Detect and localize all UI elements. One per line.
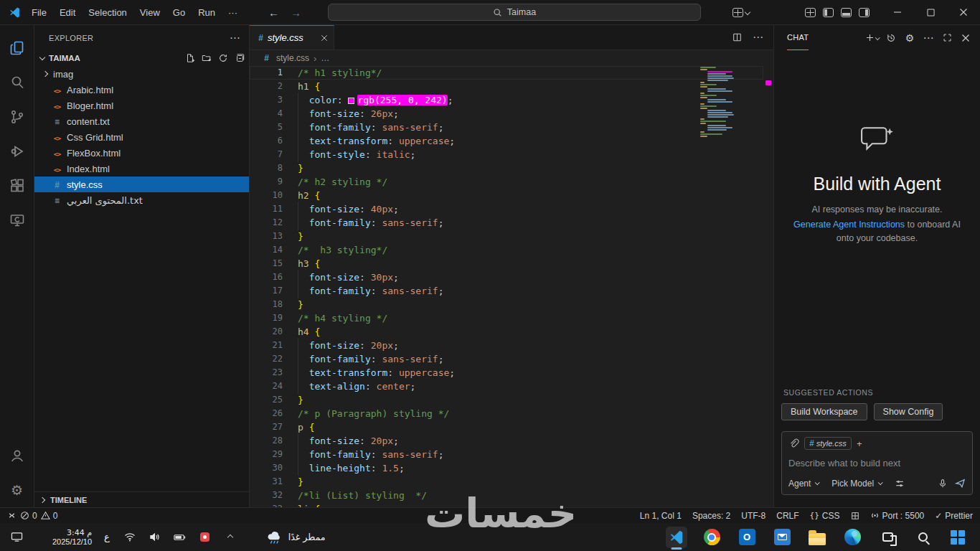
code-line[interactable]: 25} xyxy=(250,393,763,407)
remote-icon[interactable] xyxy=(7,511,17,520)
code-line[interactable]: 14/* h3 styling*/ xyxy=(250,243,763,257)
mode-picker[interactable]: Agent xyxy=(788,479,811,489)
volume-icon[interactable] xyxy=(147,527,163,547)
show-config-button[interactable]: Show Config xyxy=(874,403,943,420)
code-line[interactable]: 3 color: rgb(255, 0, 242); xyxy=(250,93,763,107)
encoding[interactable]: UTF-8 xyxy=(741,511,765,521)
overview-ruler[interactable] xyxy=(763,66,773,507)
paperclip-icon[interactable] xyxy=(788,438,799,449)
file-explorer-icon[interactable] xyxy=(806,527,828,548)
taskbar-clock[interactable]: 3:44 م 2025/12/10 xyxy=(52,528,92,547)
code-line[interactable]: 30 line-height: 1.5; xyxy=(250,461,763,475)
code-line[interactable]: 5 font-family: sans-serif; xyxy=(250,121,763,134)
code-editor[interactable]: 1/* h1 styling*/2h1 {3 color: rgb(255, 0… xyxy=(250,66,763,507)
gear-icon[interactable]: ⚙ xyxy=(901,29,918,47)
code-line[interactable]: 31} xyxy=(250,475,763,489)
search-icon[interactable] xyxy=(912,527,933,548)
new-file-icon[interactable] xyxy=(185,53,195,63)
language-mode[interactable]: {} CSS xyxy=(810,511,840,521)
settings-gear-icon[interactable]: ⚙ xyxy=(0,473,34,507)
menu-edit[interactable]: Edit xyxy=(53,0,82,25)
toggle-sidebar-icon[interactable] xyxy=(823,8,834,17)
record-icon[interactable] xyxy=(197,527,213,547)
close-icon[interactable] xyxy=(947,0,980,25)
send-icon[interactable] xyxy=(955,478,966,489)
task-view-icon[interactable] xyxy=(877,527,898,548)
code-line[interactable]: 22 font-family: sans-serif; xyxy=(250,352,763,366)
file-row-bloger-html[interactable]: Bloger.html xyxy=(34,98,249,113)
code-line[interactable]: 16 font-size: 30px; xyxy=(250,270,763,284)
file-row-style-css[interactable]: style.css xyxy=(34,176,249,192)
workspace-root-row[interactable]: TAIMAA xyxy=(34,50,249,66)
code-line[interactable]: 12 font-family: sans-serif; xyxy=(250,216,763,230)
code-line[interactable]: 13} xyxy=(250,230,763,243)
chat-title-tab[interactable]: CHAT xyxy=(787,25,809,50)
code-line[interactable]: 11 font-size: 40px; xyxy=(250,202,763,216)
chat-input-box[interactable]: style.css + Agent Pick Model xyxy=(781,431,973,495)
code-line[interactable]: 1/* h1 styling*/ xyxy=(250,66,763,80)
menu-file[interactable]: File xyxy=(25,0,53,25)
live-server-port[interactable]: Port : 5500 xyxy=(870,511,925,521)
code-line[interactable]: 18} xyxy=(250,298,763,311)
code-line[interactable]: 10h2 { xyxy=(250,189,763,202)
more-icon[interactable]: ⋯ xyxy=(920,29,937,47)
remote-explorer-icon[interactable] xyxy=(0,203,34,237)
account-icon[interactable] xyxy=(0,438,34,473)
code-line[interactable]: 29 font-family: sans-serif; xyxy=(250,448,763,461)
menu-overflow[interactable]: ··· xyxy=(222,0,244,25)
start-icon[interactable] xyxy=(947,527,969,548)
wifi-icon[interactable] xyxy=(122,527,138,547)
breadcrumb[interactable]: style.css › … xyxy=(250,50,773,66)
timeline-section[interactable]: TIMELINE xyxy=(34,491,249,507)
vscode-icon[interactable] xyxy=(666,527,687,548)
toggle-panel-icon[interactable] xyxy=(841,8,852,17)
device-icon[interactable] xyxy=(9,527,24,547)
editor-more-icon[interactable]: ⋯ xyxy=(753,31,763,44)
file-row-index-html[interactable]: Index.html xyxy=(34,161,249,176)
code-line[interactable]: 32/*li (List) styling */ xyxy=(250,489,763,502)
model-picker[interactable]: Pick Model xyxy=(831,479,874,489)
file-row-flexbox-html[interactable]: FlexBox.html xyxy=(34,145,249,161)
file-row-css-grid-html[interactable]: Css Grid.html xyxy=(34,129,249,145)
back-arrow-icon[interactable]: ← xyxy=(268,6,279,19)
code-line[interactable]: 19/* h4 styling */ xyxy=(250,311,763,325)
chrome-icon[interactable] xyxy=(701,527,722,548)
grid-icon[interactable] xyxy=(851,512,859,520)
context-chip-style-css[interactable]: style.css xyxy=(804,437,852,450)
menu-go[interactable]: Go xyxy=(166,0,192,25)
formatter-status[interactable]: ✓ Prettier xyxy=(935,511,973,521)
mail-icon[interactable] xyxy=(771,527,793,548)
weather-widget[interactable]: ممطر غدًا xyxy=(266,530,326,545)
color-swatch[interactable] xyxy=(348,98,354,104)
minimap[interactable] xyxy=(700,67,762,138)
close-icon[interactable] xyxy=(957,29,974,47)
menu-selection[interactable]: Selection xyxy=(82,0,133,25)
code-line[interactable]: 15h3 { xyxy=(250,257,763,270)
battery-icon[interactable] xyxy=(172,527,188,547)
indentation[interactable]: Spaces: 2 xyxy=(692,511,730,521)
cursor-position[interactable]: Ln 1, Col 1 xyxy=(640,511,682,521)
forward-arrow-icon[interactable]: → xyxy=(291,6,301,19)
explorer-more-icon[interactable]: ⋯ xyxy=(230,32,240,44)
menu-view[interactable]: View xyxy=(133,0,166,25)
warnings-indicator[interactable]: 0 xyxy=(41,511,58,521)
edge-icon[interactable] xyxy=(842,527,863,548)
code-line[interactable]: 27p { xyxy=(250,420,763,434)
code-line[interactable]: 7 font-style: italic; xyxy=(250,148,763,161)
expand-icon[interactable] xyxy=(938,29,956,47)
search-icon[interactable] xyxy=(0,65,34,100)
file-row-arabic-content-txt[interactable]: المحتوى العربي.txt xyxy=(34,192,249,208)
new-folder-icon[interactable] xyxy=(202,53,212,63)
build-workspace-button[interactable]: Build Workspace xyxy=(781,403,867,420)
outlook-icon[interactable]: O xyxy=(736,527,758,548)
code-line[interactable]: 4 font-size: 26px; xyxy=(250,107,763,121)
generate-instructions-link[interactable]: Generate Agent Instructions xyxy=(793,220,905,230)
file-row-arabic-html[interactable]: Arabic.html xyxy=(34,82,249,98)
maximize-icon[interactable] xyxy=(914,0,947,25)
language-indicator[interactable]: ع xyxy=(104,532,110,542)
refresh-icon[interactable] xyxy=(218,53,228,63)
code-line[interactable]: 20h4 { xyxy=(250,325,763,339)
code-line[interactable]: 6 text-transform: uppercase; xyxy=(250,134,763,148)
customize-layout-icon[interactable] xyxy=(805,8,816,17)
code-line[interactable]: 26/* p (Paragraph) styling */ xyxy=(250,407,763,420)
